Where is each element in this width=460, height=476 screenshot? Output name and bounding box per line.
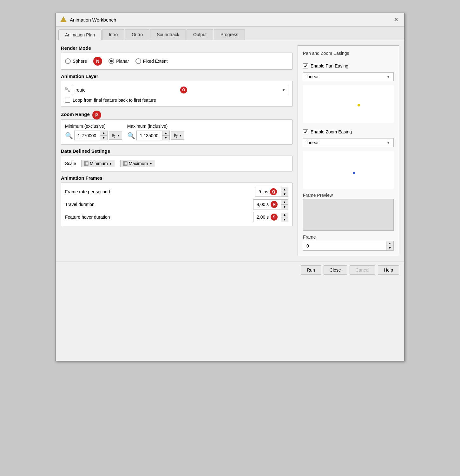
tab-progress[interactable]: Progress [214,29,245,40]
frame-rate-up[interactable]: ▲ [281,187,288,192]
zoom-max-arrow-down: ▼ [179,134,182,137]
minimum-arrow: ▼ [109,162,112,165]
frame-spinbox[interactable]: 0 ▲ ▼ [303,241,394,251]
layer-dropdown[interactable]: route O ▼ [73,85,288,95]
layer-dropdown-row: route O ▼ [65,85,288,95]
frame-rate-row: Frame rate per second 9 fps Q ▲ [65,187,288,197]
zoom-min-cursor-btn[interactable]: ▼ [109,132,122,140]
help-button[interactable]: Help [378,265,399,275]
zoom-chart-dot [353,172,355,174]
minimum-btn[interactable]: Minimum ▼ [81,160,115,167]
close-button[interactable]: Close [324,265,347,275]
zoom-max-spinbox[interactable]: 1:135000 ▲ ▼ [136,131,170,140]
radio-sphere-circle[interactable] [65,58,71,64]
loop-checkbox-row: Loop from final feature back to first fe… [65,98,288,103]
zoom-min-up[interactable]: ▲ [100,131,107,136]
maximum-arrow: ▼ [149,162,152,165]
hover-down[interactable]: ▼ [281,217,288,222]
frame-preview-section: Frame Preview [303,193,394,231]
content-area: Render Mode Sphere N Planar [56,40,404,261]
hover-row: Feature hover duration 2,00 s S ▲ [65,212,288,222]
hover-arrows: ▲ ▼ [281,213,288,222]
radio-planar-circle[interactable] [108,58,114,64]
frame-down[interactable]: ▼ [386,246,393,250]
tab-output[interactable]: Output [187,29,213,40]
animation-layer-section: Animation Layer route O [61,74,292,107]
zoom-in-icon: 🔍 [127,132,135,139]
app-icon [60,16,67,23]
table-icon-min [84,161,89,166]
pan-easing-checkbox[interactable]: ✓ [303,63,308,68]
zoom-max-cursor-btn[interactable]: ▼ [171,132,184,140]
zoom-max-arrows: ▲ ▼ [162,131,169,140]
zoom-min-row: 🔍 1:270000 ▲ ▼ [65,131,122,140]
zoom-range-title: Zoom Range [61,112,90,117]
zoom-easing-label: Enable Zoom Easing [311,129,352,134]
tab-animation-plan[interactable]: Animation Plan [58,29,102,40]
footer: Run Close Cancel Help [56,261,404,279]
travel-control: 4,00 s R ▲ ▼ [253,199,288,209]
travel-down[interactable]: ▼ [281,205,288,209]
svg-point-4 [68,91,69,92]
travel-spinbox[interactable]: 4,00 s R ▲ ▼ [253,199,288,209]
zoom-max-value: 1:135000 [137,132,162,139]
frame-rate-value: 9 fps Q [255,187,281,196]
zoom-easing-checkbox[interactable]: ✓ [303,129,308,134]
frame-rate-down[interactable]: ▼ [281,192,288,196]
animation-frames-section: Animation Frames Frame rate per second 9… [61,175,292,226]
layer-chevron-icon: ▼ [282,88,286,92]
svg-marker-6 [174,133,178,138]
hover-spinbox[interactable]: 2,00 s S ▲ ▼ [253,212,288,222]
radio-fixed-extent[interactable]: Fixed Extent [135,58,168,64]
radio-fixed-circle[interactable] [135,58,141,64]
pan-easing-label: Enable Pan Easing [311,63,348,68]
zoom-easing-checkbox-row: ✓ Enable Zoom Easing [303,129,394,134]
render-mode-badge: N [93,57,102,66]
run-button[interactable]: Run [301,265,321,275]
maximum-btn[interactable]: Maximum ▼ [120,160,155,167]
zoom-range-badge: P [92,111,101,119]
loop-checkbox[interactable] [65,98,70,103]
zoom-min-value: 1:270000 [75,132,100,139]
cancel-button[interactable]: Cancel [350,265,376,275]
travel-up[interactable]: ▲ [281,200,288,205]
frame-up[interactable]: ▲ [386,241,393,246]
pan-easing-checkbox-row: ✓ Enable Pan Easing [303,63,394,68]
main-window: Animation Workbench ✕ Animation Plan Int… [56,13,404,361]
animation-frames-title: Animation Frames [61,175,292,181]
data-defined-title: Data Defined Settings [61,148,292,154]
pan-easing-dropdown[interactable]: Linear ▼ [303,72,394,81]
radio-planar-label: Planar [116,59,129,64]
frame-arrows: ▲ ▼ [386,241,393,250]
left-panel: Render Mode Sphere N Planar [61,45,292,256]
frames-grid: Frame rate per second 9 fps Q ▲ [65,187,288,222]
svg-point-3 [65,87,68,90]
animation-layer-box: route O ▼ Loop from final feature back t… [61,81,292,107]
cursor-icon-max [173,133,179,138]
render-mode-title: Render Mode [61,45,292,51]
close-window-button[interactable]: ✕ [392,16,400,24]
hover-up[interactable]: ▲ [281,213,288,217]
radio-planar[interactable]: Planar [108,58,129,64]
tab-outro[interactable]: Outro [125,29,149,40]
zoom-max-down[interactable]: ▼ [162,136,169,140]
route-icon [65,87,70,93]
radio-sphere[interactable]: Sphere [65,58,87,64]
zoom-easing-chart [303,151,394,189]
frame-preview-title: Frame Preview [303,193,394,198]
zoom-min-spinbox[interactable]: 1:270000 ▲ ▼ [74,131,108,140]
tab-bar: Animation Plan Intro Outro Soundtrack Ou… [56,27,404,40]
frame-rate-spinbox[interactable]: 9 fps Q ▲ ▼ [255,187,288,197]
tab-soundtrack[interactable]: Soundtrack [150,29,186,40]
minimum-label: Minimum [90,161,108,166]
zoom-min-down[interactable]: ▼ [100,136,107,140]
pan-zoom-easings-title: Pan and Zoom Easings [303,51,394,56]
zoom-range-section: Zoom Range P Minimum (exclusive) 🔍 1:270… [61,111,292,145]
zoom-easing-dropdown[interactable]: Linear ▼ [303,138,394,147]
zoom-max-col: Maximum (inclusive) 🔍 1:135000 ▲ ▼ [127,124,184,140]
tab-intro[interactable]: Intro [102,29,124,40]
loop-label: Loop from final feature back to first fe… [73,98,156,103]
travel-value: 4,00 s R [253,200,281,209]
render-mode-box: Sphere N Planar Fixed Extent [61,53,292,70]
zoom-max-up[interactable]: ▲ [162,131,169,136]
